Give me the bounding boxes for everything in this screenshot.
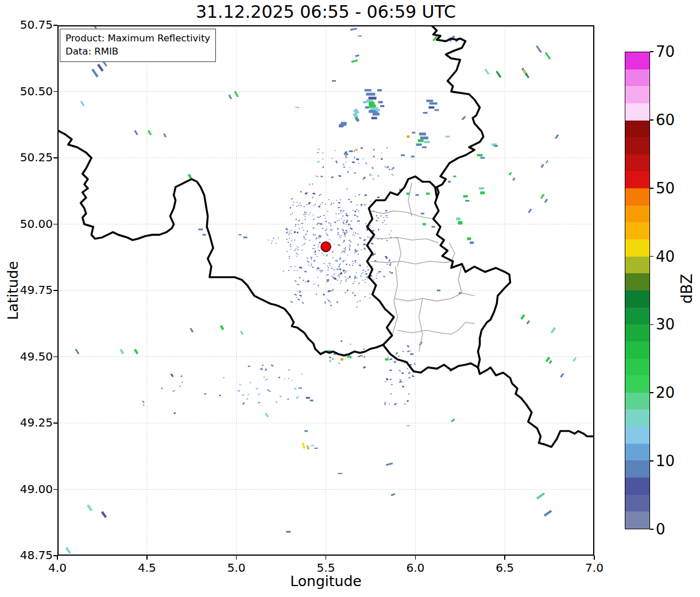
x-axis-tick-label: 5.0: [214, 561, 260, 575]
colorbar-segment: [625, 375, 649, 393]
y-axis-tick: [53, 422, 57, 424]
y-axis-tick: [53, 157, 57, 158]
colorbar-segment: [625, 495, 649, 512]
x-axis-tick: [594, 556, 595, 560]
colorbar-tick-label: 40: [656, 248, 675, 265]
colorbar-segment: [625, 359, 649, 376]
colorbar-segment: [625, 86, 649, 103]
y-axis-tick: [53, 489, 57, 490]
canton-borders: [369, 183, 474, 351]
colorbar-segment: [625, 290, 649, 308]
colorbar-tick: [650, 188, 653, 189]
colorbar-tick: [650, 529, 653, 530]
y-axis-tick: [53, 224, 57, 225]
map-plot-area: Product: Maximum Reflectivity Data: RMIB: [57, 25, 594, 556]
colorbar-segment: [625, 393, 649, 410]
y-axis-tick-label: 50.75: [0, 18, 53, 32]
colorbar-tick-label: 10: [656, 452, 675, 470]
colorbar-segment: [625, 171, 649, 188]
colorbar-segment: [625, 121, 649, 138]
colorbar-segment: [625, 239, 649, 257]
colorbar-tick: [650, 256, 653, 257]
x-axis-tick: [504, 556, 505, 560]
colorbar: [625, 52, 650, 529]
colorbar-segment: [625, 257, 649, 274]
y-axis-tick: [53, 290, 57, 291]
colorbar-tick: [650, 51, 653, 52]
y-axis-tick: [53, 25, 57, 26]
colorbar-segment: [625, 69, 649, 87]
speckle-fields: [143, 147, 426, 414]
x-axis-tick-label: 5.5: [303, 561, 349, 575]
y-axis-tick-label: 49.75: [0, 283, 53, 297]
y-axis-tick-label: 50.00: [0, 217, 53, 231]
y-axis-tick-label: 48.75: [0, 548, 53, 562]
x-axis-tick-label: 4.5: [124, 561, 170, 575]
colorbar-tick: [650, 119, 653, 121]
colorbar-segment: [625, 427, 649, 444]
colorbar-tick: [650, 460, 653, 462]
x-axis-tick-label: 6.5: [482, 561, 528, 575]
data-source-label: Data: RMIB: [65, 45, 210, 58]
figure-title: 31.12.2025 06:55 - 06:59 UTC: [57, 2, 594, 22]
colorbar-tick: [650, 324, 653, 325]
colorbar-tick-label: 60: [656, 111, 675, 129]
colorbar-segment: [625, 103, 649, 121]
colorbar-segment: [625, 188, 649, 206]
y-axis-tick-label: 50.50: [0, 84, 53, 98]
colorbar-segment: [625, 273, 649, 290]
colorbar-tick-label: 20: [656, 384, 675, 401]
colorbar-segment: [625, 511, 649, 529]
x-axis-tick: [326, 556, 327, 560]
colorbar-segment: [625, 409, 649, 427]
y-axis-tick: [53, 91, 57, 92]
x-axis-title: Longitude: [57, 573, 594, 590]
colorbar-tick-label: 70: [656, 43, 675, 60]
y-axis-tick: [53, 555, 57, 556]
y-axis-tick-label: 50.25: [0, 150, 53, 164]
colorbar-segment: [625, 324, 649, 342]
x-axis-tick: [415, 556, 416, 560]
colorbar-segment: [625, 206, 649, 223]
colorbar-segment: [625, 444, 649, 461]
colorbar-tick-label: 50: [656, 180, 675, 197]
x-axis-tick-label: 4.0: [34, 561, 80, 575]
reflectivity-echoes: [59, 25, 577, 554]
y-axis-tick: [53, 356, 57, 358]
radar-site-marker: [321, 242, 331, 251]
colorbar-segment: [625, 137, 649, 154]
radar-map-canvas: [57, 25, 594, 556]
x-axis-tick: [57, 556, 58, 560]
x-axis-tick-label: 7.0: [571, 561, 617, 575]
colorbar-tick-label: 30: [656, 316, 675, 333]
radar-figure-page: { "info_box": { "line1": "Product: Maxim…: [0, 0, 700, 597]
x-axis-tick: [236, 556, 237, 560]
y-axis-tick-label: 49.00: [0, 482, 53, 496]
y-axis-tick-label: 49.50: [0, 350, 53, 363]
colorbar-segment: [625, 154, 649, 172]
colorbar-segment: [625, 52, 649, 69]
colorbar-title: dBZ: [678, 274, 695, 304]
colorbar-segment: [625, 222, 649, 239]
y-axis-tick-label: 49.25: [0, 416, 53, 429]
colorbar-tick: [650, 392, 653, 393]
product-label: Product: Maximum Reflectivity: [65, 32, 210, 45]
x-axis-tick: [146, 556, 148, 560]
colorbar-segment: [625, 342, 649, 359]
colorbar-segment: [625, 308, 649, 325]
grid-lines: [57, 25, 594, 556]
colorbar-segment: [625, 460, 649, 478]
colorbar-tick-label: 0: [656, 521, 666, 538]
x-axis-tick-label: 6.0: [392, 561, 438, 575]
colorbar-segment: [625, 478, 649, 495]
product-info-box: Product: Maximum Reflectivity Data: RMIB: [60, 29, 216, 62]
